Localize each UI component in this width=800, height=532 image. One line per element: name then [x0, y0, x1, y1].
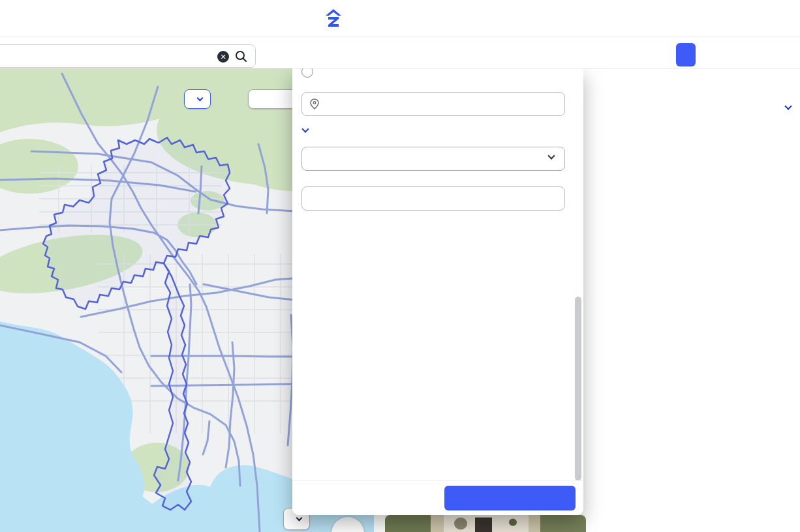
commute-address-wrap [301, 92, 565, 116]
apply-button[interactable] [444, 486, 576, 510]
chevron-down-icon [296, 514, 303, 521]
only-show-option[interactable] [301, 68, 583, 78]
more-filters-panel [292, 68, 583, 515]
keywords-input[interactable] [301, 186, 565, 211]
chevron-down-icon [301, 125, 309, 132]
search-box: ✕ [0, 44, 256, 68]
sold-in-last-select[interactable] [301, 147, 565, 171]
chevron-down-icon [197, 95, 204, 101]
panel-scrollbar-thumb[interactable] [575, 297, 581, 480]
search-icon[interactable] [235, 50, 247, 65]
filters-footer [292, 480, 583, 515]
chevron-down-icon [784, 102, 792, 110]
location-pin-icon [310, 98, 319, 112]
commute-address-input[interactable] [301, 92, 565, 116]
partial-listing-photo[interactable] [385, 515, 586, 532]
zillow-logo[interactable] [325, 8, 344, 29]
zillow-house-icon [325, 9, 342, 27]
show-commute-filters-link[interactable] [301, 126, 583, 132]
search-input[interactable] [2, 45, 211, 67]
filters-scroll-area[interactable] [292, 68, 583, 480]
schools-button[interactable] [184, 89, 211, 109]
top-navigation [0, 0, 800, 37]
chevron-down-icon [547, 152, 555, 159]
search-filter-bar: ✕ [0, 37, 800, 68]
save-search-button[interactable] [676, 43, 696, 66]
sort-dropdown[interactable] [780, 106, 791, 109]
only-show-radio[interactable] [301, 68, 313, 78]
clear-search-icon[interactable]: ✕ [217, 51, 229, 63]
